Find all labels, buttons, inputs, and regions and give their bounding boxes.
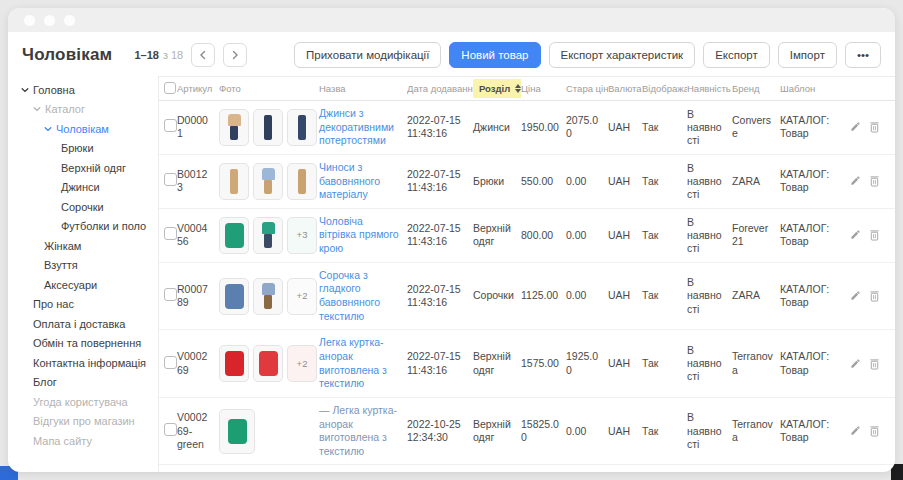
sidebar-item-label: Про нас [33,298,74,310]
window-dot[interactable] [44,15,55,26]
sidebar-item[interactable]: Жінкам [8,236,158,256]
availability-cell: В наявності [687,216,732,255]
sidebar-item[interactable]: Відгуки про магазин [8,412,158,432]
column-header-template[interactable]: Шаблон [780,83,849,94]
product-photo[interactable] [219,109,249,146]
more-button[interactable]: ••• [845,42,881,68]
product-name-link[interactable]: Сорочка з бавовняного матеріалу притален… [319,471,407,472]
hide-modifications-button[interactable]: Приховати модифікації [294,42,441,68]
row-checkbox[interactable] [164,423,177,436]
template-cell: КАТАЛОГ: Товар [780,350,849,376]
sidebar-item[interactable]: Каталог [8,100,158,120]
row-checkbox[interactable] [164,173,177,186]
row-checkbox[interactable] [164,227,177,240]
section-cell: Верхній одяг [473,418,521,444]
product-photo[interactable] [219,278,249,315]
edit-icon[interactable] [850,121,861,133]
column-header-name[interactable]: Назва [319,83,407,94]
sidebar-item[interactable]: Угода користувача [8,392,158,412]
product-photo[interactable] [253,345,283,382]
import-button[interactable]: Імпорт [778,42,837,68]
next-page-button[interactable] [223,43,247,67]
more-photos-badge[interactable]: +3 [287,217,317,254]
date-cell: 2022-07-15 11:43:16 [407,222,473,248]
date-cell: 2022-07-15 11:43:16 [407,350,473,376]
delete-icon[interactable] [869,175,880,187]
delete-icon[interactable] [869,425,880,437]
sidebar-item[interactable]: Обмін та повернення [8,334,158,354]
availability-cell: В наявності [687,276,732,315]
column-header-sku[interactable]: Артикул [177,83,219,94]
sidebar-item[interactable]: Мапа сайту [8,431,158,451]
display-cell: Так [642,425,687,438]
window-dot[interactable] [24,15,35,26]
more-photos-badge[interactable]: +2 [287,278,317,315]
product-photo[interactable] [219,345,249,382]
column-header-photo[interactable]: Фото [219,83,319,94]
delete-icon[interactable] [869,290,880,302]
product-photo[interactable] [253,109,283,146]
column-header-brand[interactable]: Бренд [732,83,780,94]
column-header-price[interactable]: Ціна [521,83,566,94]
table-body: D00001 Джинси з декоративними потертостя… [159,101,895,472]
sidebar-item-label: Верхній одяг [61,162,126,174]
sidebar-item[interactable]: Взуття [8,256,158,276]
sidebar-item[interactable]: Про нас [8,295,158,315]
column-header-display[interactable]: Відображати [642,83,687,94]
edit-icon[interactable] [850,229,861,241]
product-name-link[interactable]: Легка куртка-анорак виготовлена з тексти… [319,336,407,391]
product-name-link[interactable]: — Легка куртка-анорак виготовлена з текс… [319,404,407,459]
sidebar-item[interactable]: Контактна інформація [8,353,158,373]
sidebar-item[interactable]: Брюки [8,139,158,159]
product-name-link[interactable]: Чиноси з бавовняного матеріалу [319,161,407,202]
sidebar-item[interactable]: Джинси [8,178,158,198]
product-name-link[interactable]: Сорочка з гладкого бавовняного текстилю [319,269,407,324]
export-button[interactable]: Експорт [703,42,770,68]
export-characteristics-button[interactable]: Експорт характеристик [549,42,696,68]
garment-shape [230,169,238,194]
product-photo[interactable] [219,217,249,254]
edit-icon[interactable] [850,358,861,370]
sidebar-item[interactable]: Футболки и поло [8,217,158,237]
product-photo[interactable] [253,217,283,254]
edit-icon[interactable] [850,290,861,302]
sidebar-item[interactable]: Головна [8,80,158,100]
product-photo[interactable] [253,163,283,200]
column-header-currency[interactable]: Валюта [608,83,642,94]
product-name-link[interactable]: Чоловіча вітрівка прямого крою [319,215,407,256]
row-checkbox[interactable] [164,119,177,132]
column-header-section[interactable]: Розділ [473,79,521,98]
edit-icon[interactable] [850,175,861,187]
product-photo[interactable] [287,163,317,200]
row-checkbox[interactable] [164,356,177,369]
template-cell: КАТАЛОГ: Товар [780,168,849,194]
availability-cell: В наявності [687,344,732,383]
prev-page-button[interactable] [191,43,215,67]
column-header-old-price[interactable]: Стара ціна [566,83,608,94]
sidebar-item[interactable]: Аксесуари [8,275,158,295]
column-header-availability[interactable]: Наявність [687,83,732,94]
product-name-link[interactable]: Джинси з декоративними потертостями [319,107,407,148]
new-product-button[interactable]: Новий товар [449,42,540,68]
product-photo[interactable] [219,163,249,200]
garment-shape [228,114,241,140]
column-header-date[interactable]: Дата додавання [407,83,473,94]
delete-icon[interactable] [869,121,880,133]
delete-icon[interactable] [869,229,880,241]
sorted-column-chip[interactable]: Розділ [473,79,521,98]
delete-icon[interactable] [869,358,880,370]
sidebar-item-label: Жінкам [44,240,81,252]
more-photos-badge[interactable]: +2 [287,345,317,382]
sidebar-item[interactable]: Сорочки [8,197,158,217]
window-dot[interactable] [64,15,75,26]
sidebar-item[interactable]: Верхній одяг [8,158,158,178]
product-photo[interactable] [287,109,317,146]
sidebar-item[interactable]: Чоловікам [8,119,158,139]
edit-icon[interactable] [850,425,861,437]
select-all-checkbox[interactable] [164,82,176,94]
product-photo[interactable] [219,409,255,454]
product-photo[interactable] [253,278,283,315]
sidebar-item[interactable]: Блог [8,373,158,393]
sidebar-item[interactable]: Оплата і доставка [8,314,158,334]
row-checkbox[interactable] [164,288,177,301]
